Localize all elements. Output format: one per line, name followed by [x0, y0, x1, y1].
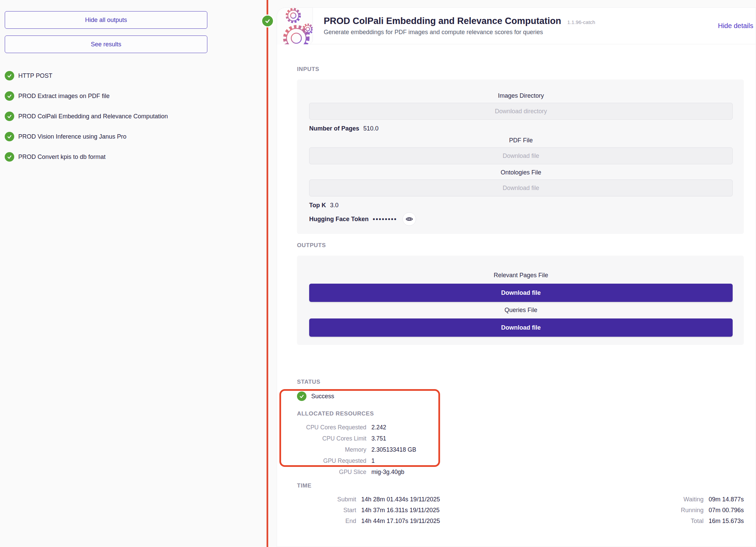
top-k-value: 3.0 — [330, 202, 339, 209]
outputs-panel: Relevant Pages File Download file Querie… — [297, 256, 744, 345]
resource-value: 3.751 — [371, 435, 386, 442]
node-details-card: PROD ColPali Embedding and Relevance Com… — [277, 7, 756, 547]
resource-label: CPU Cores Requested — [297, 424, 366, 431]
time-row: Submit 14h 28m 01.434s 19/11/2025 — [297, 494, 440, 505]
pdf-file-input[interactable] — [309, 147, 733, 164]
gears-icon — [277, 8, 313, 44]
top-k-field: Top K 3.0 — [309, 202, 733, 209]
status-success-icon — [297, 391, 306, 401]
time-duration-list: Waiting 09m 14.877s Running 07m 00.796s … — [649, 494, 744, 526]
time-row: Start 14h 37m 16.311s 19/11/2025 — [297, 505, 440, 516]
time-label: Waiting — [649, 496, 704, 503]
sidebar-item-vision-inference[interactable]: PROD Vision Inference using Janus Pro — [5, 132, 168, 141]
resource-row: GPU Requested 1 — [297, 455, 744, 467]
version-badge: 1.1.96-catch — [567, 19, 595, 25]
workflow-step-list: HTTP POST PROD Extract images on PDF fil… — [5, 71, 168, 162]
resource-label: GPU Slice — [297, 469, 366, 476]
resource-value: 2.242 — [371, 424, 386, 431]
images-directory-input[interactable] — [309, 103, 733, 120]
download-queries-button[interactable]: Download file — [309, 318, 733, 337]
number-of-pages-label: Number of Pages — [309, 125, 359, 132]
allocated-resources-section-label: ALLOCATED RESOURCES — [297, 410, 744, 417]
success-check-icon — [5, 91, 14, 101]
success-check-icon — [5, 71, 14, 80]
hide-details-link[interactable]: Hide details — [718, 22, 753, 30]
reveal-token-button[interactable] — [403, 212, 416, 226]
resource-row: GPU Slice mig-3g.40gb — [297, 467, 744, 478]
time-label: Start — [297, 507, 356, 514]
time-row: Running 07m 00.796s — [649, 505, 744, 516]
resource-label: Memory — [297, 446, 366, 453]
allocated-resources-list: CPU Cores Requested 2.242 CPU Cores Limi… — [297, 422, 744, 478]
resource-value: 1 — [371, 457, 375, 465]
outputs-section-label: OUTPUTS — [297, 242, 744, 249]
time-label: Total — [649, 518, 704, 525]
time-row: End 14h 44m 17.107s 19/11/2025 — [297, 516, 440, 526]
step-label: PROD Convert kpis to db format — [18, 153, 106, 161]
number-of-pages-value: 510.0 — [363, 125, 379, 132]
time-value: 09m 14.877s — [709, 496, 744, 503]
success-check-icon — [5, 132, 14, 141]
relevant-pages-file-label: Relevant Pages File — [309, 272, 733, 279]
eye-icon — [405, 215, 413, 223]
success-check-icon — [5, 152, 14, 162]
time-row: Waiting 09m 14.877s — [649, 494, 744, 505]
node-details-body: INPUTS Images Directory Number of Pages … — [277, 66, 756, 547]
workflow-timeline-line — [267, 0, 268, 547]
resource-label: GPU Requested — [297, 457, 366, 465]
status-section-label: STATUS — [297, 379, 744, 385]
download-relevant-pages-button[interactable]: Download file — [309, 284, 733, 302]
time-value: 07m 00.796s — [709, 507, 744, 514]
node-title-block: PROD ColPali Embedding and Relevance Com… — [324, 16, 595, 36]
sidebar-item-colpali-embedding[interactable]: PROD ColPali Embedding and Relevance Com… — [5, 112, 168, 121]
step-label: PROD ColPali Embedding and Relevance Com… — [18, 113, 168, 120]
top-k-label: Top K — [309, 202, 326, 209]
time-value: 14h 44m 17.107s 19/11/2025 — [361, 518, 440, 525]
hide-all-outputs-button[interactable]: Hide all outputs — [5, 11, 207, 29]
time-label: Submit — [297, 496, 356, 503]
inputs-panel: Images Directory Number of Pages 510.0 P… — [297, 79, 744, 234]
hugging-face-token-masked-value: •••••••• — [373, 215, 397, 223]
sidebar-item-extract-images[interactable]: PROD Extract images on PDF file — [5, 91, 168, 101]
page-title: PROD ColPali Embedding and Relevance Com… — [324, 16, 561, 26]
time-section-label: TIME — [297, 482, 744, 489]
hugging-face-token-field: Hugging Face Token •••••••• — [309, 212, 733, 226]
step-label: HTTP POST — [18, 72, 52, 79]
hugging-face-token-label: Hugging Face Token — [309, 216, 369, 223]
ontologies-file-input[interactable] — [309, 180, 733, 196]
resource-row: Memory 2.305133418 GB — [297, 444, 744, 455]
time-value: 14h 28m 01.434s 19/11/2025 — [361, 496, 440, 503]
resource-row: CPU Cores Limit 3.751 — [297, 433, 744, 444]
resource-row: CPU Cores Requested 2.242 — [297, 422, 744, 433]
queries-file-label: Queries File — [309, 307, 733, 314]
node-subtitle: Generate embeddings for PDF images and c… — [324, 29, 595, 36]
node-details-header: PROD ColPali Embedding and Relevance Com… — [277, 8, 756, 44]
pdf-file-label: PDF File — [309, 137, 733, 144]
see-results-button[interactable]: See results — [5, 35, 207, 53]
sidebar-item-http-post[interactable]: HTTP POST — [5, 71, 168, 80]
time-label: Running — [649, 507, 704, 514]
number-of-pages-field: Number of Pages 510.0 — [309, 125, 733, 132]
time-label: End — [297, 518, 356, 525]
images-directory-label: Images Directory — [309, 92, 733, 99]
time-absolute-list: Submit 14h 28m 01.434s 19/11/2025 Start … — [297, 494, 440, 526]
resource-value: mig-3g.40gb — [371, 469, 404, 476]
ontologies-file-label: Ontologies File — [309, 169, 733, 176]
status-value: Success — [311, 393, 334, 400]
resource-label: CPU Cores Limit — [297, 435, 366, 442]
sidebar-item-convert-kpis[interactable]: PROD Convert kpis to db format — [5, 152, 168, 162]
workflow-sidebar: Hide all outputs See results HTTP POST P… — [0, 0, 267, 547]
inputs-section-label: INPUTS — [297, 66, 744, 73]
time-value: 14h 37m 16.311s 19/11/2025 — [361, 507, 440, 514]
step-label: PROD Vision Inference using Janus Pro — [18, 133, 127, 140]
status-row: Success — [297, 391, 744, 401]
success-check-icon — [5, 112, 14, 121]
step-label: PROD Extract images on PDF file — [18, 93, 110, 100]
timeline-success-badge-icon — [261, 15, 274, 27]
time-value: 16m 15.673s — [709, 518, 744, 525]
resource-value: 2.305133418 GB — [371, 446, 416, 453]
time-row: Total 16m 15.673s — [649, 516, 744, 526]
time-columns: Submit 14h 28m 01.434s 19/11/2025 Start … — [297, 494, 744, 526]
